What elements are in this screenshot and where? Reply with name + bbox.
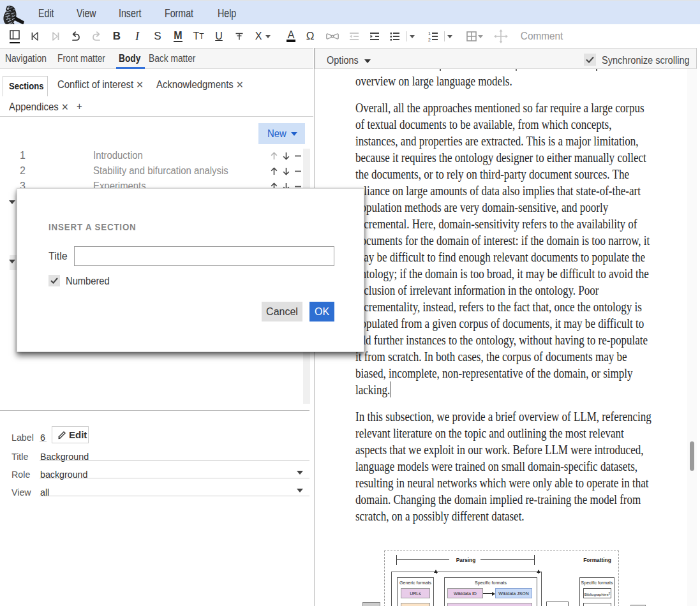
svg-text:1: 1	[428, 31, 431, 36]
svg-text:2: 2	[428, 38, 431, 42]
